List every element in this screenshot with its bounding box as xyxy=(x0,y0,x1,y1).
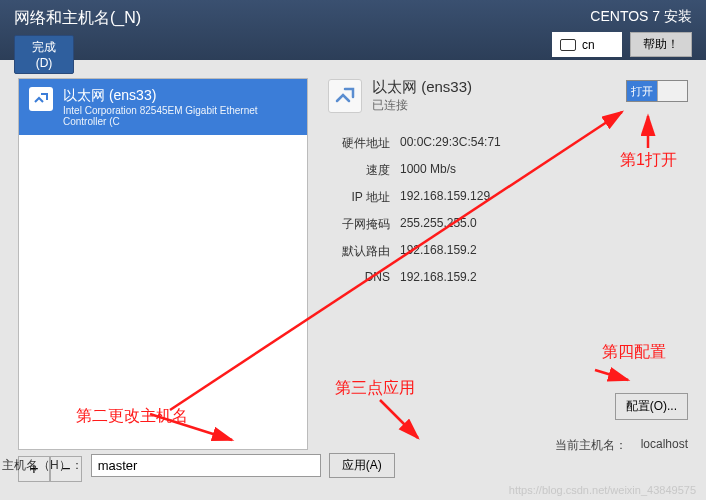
interface-name: 以太网 (ens33) xyxy=(63,87,297,105)
ethernet-icon xyxy=(29,87,53,111)
detail-label: 硬件地址 xyxy=(328,135,390,152)
detail-label: 默认路由 xyxy=(328,243,390,260)
current-hostname-value: localhost xyxy=(641,437,688,454)
detail-value: 192.168.159.2 xyxy=(400,270,477,284)
detail-row: IP 地址192.168.159.129 xyxy=(328,184,688,211)
keyboard-indicator[interactable]: cn xyxy=(552,32,622,57)
main-content: 以太网 (ens33) Intel Corporation 82545EM Gi… xyxy=(0,60,706,500)
detail-row: 硬件地址00:0C:29:3C:54:71 xyxy=(328,130,688,157)
detail-panel: 以太网 (ens33) 已连接 打开 硬件地址00:0C:29:3C:54:71… xyxy=(328,78,688,482)
help-button[interactable]: 帮助！ xyxy=(630,32,692,57)
interface-list[interactable]: 以太网 (ens33) Intel Corporation 82545EM Gi… xyxy=(18,78,308,450)
page-title: 网络和主机名(_N) xyxy=(14,8,141,29)
detail-row: 默认路由192.168.159.2 xyxy=(328,238,688,265)
detail-label: 速度 xyxy=(328,162,390,179)
detail-title: 以太网 (ens33) xyxy=(372,78,472,97)
connection-toggle[interactable]: 打开 xyxy=(626,80,688,102)
keyboard-icon xyxy=(560,39,576,51)
current-hostname: 当前主机名： localhost xyxy=(555,437,688,454)
interface-panel: 以太网 (ens33) Intel Corporation 82545EM Gi… xyxy=(18,78,308,482)
detail-status: 已连接 xyxy=(372,97,472,114)
interface-desc: Intel Corporation 82545EM Gigabit Ethern… xyxy=(63,105,297,127)
hostname-input[interactable] xyxy=(91,454,321,477)
hostname-label: 主机名（H）： xyxy=(2,457,83,474)
ethernet-detail-icon xyxy=(328,79,362,113)
toggle-off-area xyxy=(657,81,687,101)
detail-row: DNS192.168.159.2 xyxy=(328,265,688,289)
install-title: CENTOS 7 安装 xyxy=(590,8,692,26)
interface-item[interactable]: 以太网 (ens33) Intel Corporation 82545EM Gi… xyxy=(19,79,307,135)
detail-value: 192.168.159.2 xyxy=(400,243,477,260)
detail-label: DNS xyxy=(328,270,390,284)
detail-value: 255.255.255.0 xyxy=(400,216,477,233)
detail-value: 1000 Mb/s xyxy=(400,162,456,179)
watermark: https://blog.csdn.net/weixin_43849575 xyxy=(509,484,696,496)
current-hostname-label: 当前主机名： xyxy=(555,437,627,454)
detail-value: 192.168.159.129 xyxy=(400,189,490,206)
toggle-on-label: 打开 xyxy=(627,81,657,101)
detail-label: IP 地址 xyxy=(328,189,390,206)
keyboard-layout-label: cn xyxy=(582,38,595,52)
detail-rows: 硬件地址00:0C:29:3C:54:71速度1000 Mb/sIP 地址192… xyxy=(328,130,688,289)
detail-row: 速度1000 Mb/s xyxy=(328,157,688,184)
detail-value: 00:0C:29:3C:54:71 xyxy=(400,135,501,152)
configure-button[interactable]: 配置(O)... xyxy=(615,393,688,420)
header: 网络和主机名(_N) 完成(D) CENTOS 7 安装 cn 帮助！ xyxy=(0,0,706,60)
detail-label: 子网掩码 xyxy=(328,216,390,233)
detail-row: 子网掩码255.255.255.0 xyxy=(328,211,688,238)
